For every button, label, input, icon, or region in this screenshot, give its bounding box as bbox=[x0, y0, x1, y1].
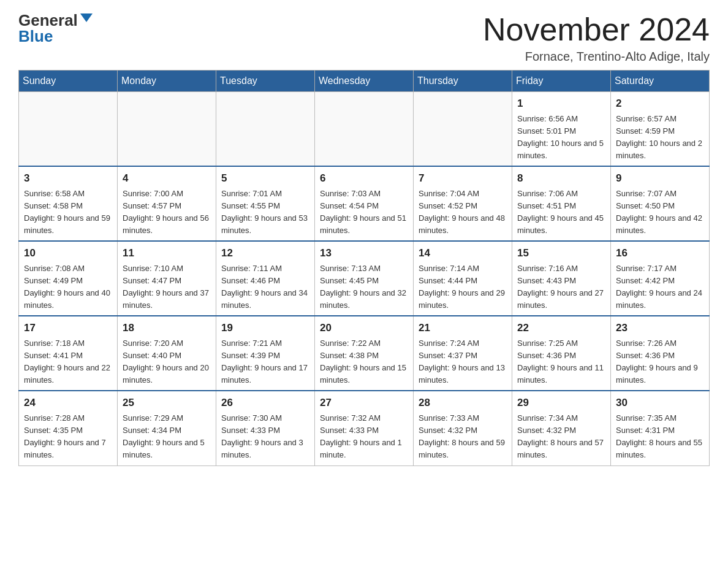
calendar-cell: 19Sunrise: 7:21 AM Sunset: 4:39 PM Dayli… bbox=[216, 316, 315, 391]
day-info: Sunrise: 6:56 AM Sunset: 5:01 PM Dayligh… bbox=[517, 113, 605, 163]
day-number: 24 bbox=[24, 395, 112, 411]
calendar-cell: 3Sunrise: 6:58 AM Sunset: 4:58 PM Daylig… bbox=[19, 166, 118, 241]
day-info: Sunrise: 7:04 AM Sunset: 4:52 PM Dayligh… bbox=[419, 188, 507, 237]
day-info: Sunrise: 7:00 AM Sunset: 4:57 PM Dayligh… bbox=[123, 188, 211, 237]
calendar-header-sunday: Sunday bbox=[19, 71, 118, 92]
calendar-cell: 11Sunrise: 7:10 AM Sunset: 4:47 PM Dayli… bbox=[118, 241, 216, 316]
calendar-cell: 22Sunrise: 7:25 AM Sunset: 4:36 PM Dayli… bbox=[512, 316, 611, 391]
week-row-5: 24Sunrise: 7:28 AM Sunset: 4:35 PM Dayli… bbox=[19, 391, 710, 465]
day-number: 9 bbox=[616, 170, 704, 186]
calendar-cell: 27Sunrise: 7:32 AM Sunset: 4:33 PM Dayli… bbox=[315, 391, 414, 465]
day-number: 22 bbox=[517, 320, 605, 336]
calendar-cell: 23Sunrise: 7:26 AM Sunset: 4:36 PM Dayli… bbox=[611, 316, 710, 391]
day-number: 25 bbox=[123, 395, 211, 411]
calendar-header-row: SundayMondayTuesdayWednesdayThursdayFrid… bbox=[19, 71, 710, 92]
calendar-cell: 9Sunrise: 7:07 AM Sunset: 4:50 PM Daylig… bbox=[611, 166, 710, 241]
calendar-cell: 15Sunrise: 7:16 AM Sunset: 4:43 PM Dayli… bbox=[512, 241, 611, 316]
day-info: Sunrise: 7:18 AM Sunset: 4:41 PM Dayligh… bbox=[24, 337, 112, 387]
day-number: 28 bbox=[419, 395, 507, 411]
calendar-cell: 30Sunrise: 7:35 AM Sunset: 4:31 PM Dayli… bbox=[611, 391, 710, 465]
day-info: Sunrise: 7:06 AM Sunset: 4:51 PM Dayligh… bbox=[517, 188, 605, 237]
calendar-cell: 24Sunrise: 7:28 AM Sunset: 4:35 PM Dayli… bbox=[19, 391, 118, 465]
day-info: Sunrise: 7:17 AM Sunset: 4:42 PM Dayligh… bbox=[616, 262, 704, 312]
day-number: 16 bbox=[616, 245, 704, 261]
day-number: 11 bbox=[123, 245, 211, 261]
day-number: 5 bbox=[221, 170, 309, 186]
day-info: Sunrise: 7:11 AM Sunset: 4:46 PM Dayligh… bbox=[221, 262, 309, 312]
day-info: Sunrise: 7:01 AM Sunset: 4:55 PM Dayligh… bbox=[221, 188, 309, 237]
calendar-cell bbox=[118, 92, 216, 167]
logo: General Blue bbox=[18, 12, 93, 44]
week-row-2: 3Sunrise: 6:58 AM Sunset: 4:58 PM Daylig… bbox=[19, 166, 710, 241]
week-row-3: 10Sunrise: 7:08 AM Sunset: 4:49 PM Dayli… bbox=[19, 241, 710, 316]
day-info: Sunrise: 7:03 AM Sunset: 4:54 PM Dayligh… bbox=[320, 188, 408, 237]
calendar-cell: 1Sunrise: 6:56 AM Sunset: 5:01 PM Daylig… bbox=[512, 92, 611, 167]
logo-blue-text: Blue bbox=[18, 28, 53, 44]
calendar-table: SundayMondayTuesdayWednesdayThursdayFrid… bbox=[18, 70, 710, 465]
calendar-header-tuesday: Tuesday bbox=[216, 71, 315, 92]
calendar-cell: 12Sunrise: 7:11 AM Sunset: 4:46 PM Dayli… bbox=[216, 241, 315, 316]
day-info: Sunrise: 7:22 AM Sunset: 4:38 PM Dayligh… bbox=[320, 337, 408, 387]
day-info: Sunrise: 7:16 AM Sunset: 4:43 PM Dayligh… bbox=[517, 262, 605, 312]
calendar-header-monday: Monday bbox=[118, 71, 216, 92]
calendar-cell: 20Sunrise: 7:22 AM Sunset: 4:38 PM Dayli… bbox=[315, 316, 414, 391]
calendar-cell: 18Sunrise: 7:20 AM Sunset: 4:40 PM Dayli… bbox=[118, 316, 216, 391]
day-info: Sunrise: 7:20 AM Sunset: 4:40 PM Dayligh… bbox=[123, 337, 211, 387]
day-number: 17 bbox=[24, 320, 112, 336]
day-number: 10 bbox=[24, 245, 112, 261]
calendar-header-wednesday: Wednesday bbox=[315, 71, 414, 92]
calendar-cell bbox=[414, 92, 512, 167]
calendar-cell: 4Sunrise: 7:00 AM Sunset: 4:57 PM Daylig… bbox=[118, 166, 216, 241]
calendar-header-thursday: Thursday bbox=[414, 71, 512, 92]
calendar-cell: 25Sunrise: 7:29 AM Sunset: 4:34 PM Dayli… bbox=[118, 391, 216, 465]
calendar-cell: 28Sunrise: 7:33 AM Sunset: 4:32 PM Dayli… bbox=[414, 391, 512, 465]
day-info: Sunrise: 7:08 AM Sunset: 4:49 PM Dayligh… bbox=[24, 262, 112, 312]
day-number: 30 bbox=[616, 395, 704, 411]
day-number: 23 bbox=[616, 320, 704, 336]
day-number: 12 bbox=[221, 245, 309, 261]
day-number: 19 bbox=[221, 320, 309, 336]
calendar-cell: 16Sunrise: 7:17 AM Sunset: 4:42 PM Dayli… bbox=[611, 241, 710, 316]
day-info: Sunrise: 7:28 AM Sunset: 4:35 PM Dayligh… bbox=[24, 412, 112, 462]
day-number: 4 bbox=[123, 170, 211, 186]
calendar-cell: 17Sunrise: 7:18 AM Sunset: 4:41 PM Dayli… bbox=[19, 316, 118, 391]
day-info: Sunrise: 7:10 AM Sunset: 4:47 PM Dayligh… bbox=[123, 262, 211, 312]
day-info: Sunrise: 7:29 AM Sunset: 4:34 PM Dayligh… bbox=[123, 412, 211, 462]
logo-general-text: General bbox=[18, 12, 78, 28]
day-info: Sunrise: 6:57 AM Sunset: 4:59 PM Dayligh… bbox=[616, 113, 704, 163]
day-info: Sunrise: 7:25 AM Sunset: 4:36 PM Dayligh… bbox=[517, 337, 605, 387]
day-number: 3 bbox=[24, 170, 112, 186]
calendar-cell bbox=[19, 92, 118, 167]
calendar-cell: 21Sunrise: 7:24 AM Sunset: 4:37 PM Dayli… bbox=[414, 316, 512, 391]
day-info: Sunrise: 7:07 AM Sunset: 4:50 PM Dayligh… bbox=[616, 188, 704, 237]
calendar-cell: 2Sunrise: 6:57 AM Sunset: 4:59 PM Daylig… bbox=[611, 92, 710, 167]
day-number: 27 bbox=[320, 395, 408, 411]
week-row-1: 1Sunrise: 6:56 AM Sunset: 5:01 PM Daylig… bbox=[19, 92, 710, 167]
title-section: November 2024 Fornace, Trentino-Alto Adi… bbox=[483, 12, 710, 64]
calendar-cell bbox=[216, 92, 315, 167]
location-text: Fornace, Trentino-Alto Adige, Italy bbox=[483, 50, 710, 64]
day-info: Sunrise: 7:24 AM Sunset: 4:37 PM Dayligh… bbox=[419, 337, 507, 387]
week-row-4: 17Sunrise: 7:18 AM Sunset: 4:41 PM Dayli… bbox=[19, 316, 710, 391]
day-number: 14 bbox=[419, 245, 507, 261]
calendar-cell: 29Sunrise: 7:34 AM Sunset: 4:32 PM Dayli… bbox=[512, 391, 611, 465]
day-number: 7 bbox=[419, 170, 507, 186]
day-number: 15 bbox=[517, 245, 605, 261]
day-number: 18 bbox=[123, 320, 211, 336]
calendar-header-friday: Friday bbox=[512, 71, 611, 92]
day-info: Sunrise: 7:34 AM Sunset: 4:32 PM Dayligh… bbox=[517, 412, 605, 462]
day-number: 13 bbox=[320, 245, 408, 261]
logo-triangle-icon bbox=[80, 13, 93, 22]
calendar-cell: 26Sunrise: 7:30 AM Sunset: 4:33 PM Dayli… bbox=[216, 391, 315, 465]
month-title: November 2024 bbox=[483, 12, 710, 47]
calendar-cell: 7Sunrise: 7:04 AM Sunset: 4:52 PM Daylig… bbox=[414, 166, 512, 241]
calendar-cell: 14Sunrise: 7:14 AM Sunset: 4:44 PM Dayli… bbox=[414, 241, 512, 316]
page-header: General Blue November 2024 Fornace, Tren… bbox=[18, 12, 710, 64]
day-info: Sunrise: 7:21 AM Sunset: 4:39 PM Dayligh… bbox=[221, 337, 309, 387]
day-info: Sunrise: 7:30 AM Sunset: 4:33 PM Dayligh… bbox=[221, 412, 309, 462]
day-info: Sunrise: 7:32 AM Sunset: 4:33 PM Dayligh… bbox=[320, 412, 408, 462]
day-number: 8 bbox=[517, 170, 605, 186]
day-number: 6 bbox=[320, 170, 408, 186]
calendar-header-saturday: Saturday bbox=[611, 71, 710, 92]
calendar-cell: 13Sunrise: 7:13 AM Sunset: 4:45 PM Dayli… bbox=[315, 241, 414, 316]
